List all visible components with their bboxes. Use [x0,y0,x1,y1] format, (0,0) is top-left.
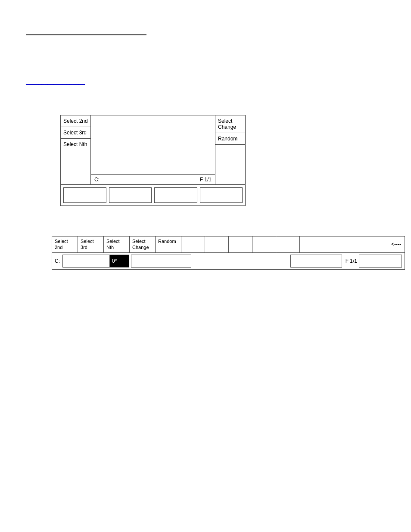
c-label: C: [94,177,100,183]
select-nth-cell[interactable]: Select Nth [61,139,90,184]
diagram1-right-bottom [215,145,245,184]
d2-c-label: C: [55,258,62,264]
select-2nd-cell[interactable]: Select 2nd [61,115,90,127]
diagram1-center-top [91,115,215,174]
d2-input-black[interactable]: 0* [110,255,129,268]
d2-select-nth[interactable]: SelectNth [104,236,130,252]
arrow-label: <---- [391,241,401,248]
diagram2-top-row: Select2nd Select3rd SelectNth SelectChan… [52,236,405,253]
diagram1-btn-4[interactable] [200,187,243,203]
d2-input-4[interactable] [359,255,402,268]
diagram1-footer [61,184,245,205]
random-cell[interactable]: Random [215,133,245,145]
diagram2-wrapper: Select2nd Select3rd SelectNth SelectChan… [52,236,385,270]
diagram1-main: Select 2nd Select 3rd Select Nth C: F 1/… [61,115,245,184]
diagram1-btn-1[interactable] [63,187,106,203]
d2-blank-2 [205,236,229,252]
page-content: ___________________ Select 2nd Select 3r… [0,0,411,304]
diagram2: Select2nd Select3rd SelectNth SelectChan… [52,236,405,270]
diagram1-wrapper: Select 2nd Select 3rd Select Nth C: F 1/… [60,115,385,206]
select-3rd-cell[interactable]: Select 3rd [61,127,90,139]
d2-input-2[interactable] [131,255,191,268]
diagram1-center-bottom: C: F 1/1 [91,174,215,184]
d2-blank-5 [276,236,300,252]
top-rule [26,34,146,35]
d2-blank-1 [181,236,205,252]
select-change-cell[interactable]: Select Change [215,115,245,133]
d2-select-3rd[interactable]: Select3rd [78,236,104,252]
diagram1-left-col: Select 2nd Select 3rd Select Nth [61,115,91,184]
d2-random[interactable]: Random [156,236,181,252]
diagram1: Select 2nd Select 3rd Select Nth C: F 1/… [60,115,246,206]
f-label: F 1/1 [200,177,212,183]
d2-blank-3 [229,236,252,252]
diagram1-right-col: Select Change Random [215,115,245,184]
diagram1-center: C: F 1/1 [91,115,215,184]
d2-arrow: <---- [300,236,405,252]
d2-blank-4 [252,236,276,252]
diagram2-bottom-row: C: 0* F 1/1 [52,253,405,269]
d2-select-2nd[interactable]: Select2nd [52,236,78,252]
black-input-value: 0* [112,258,117,264]
blue-link[interactable]: ___________________ [26,78,112,85]
d2-input-3[interactable] [290,255,342,268]
diagram1-btn-2[interactable] [109,187,152,203]
d2-select-change[interactable]: SelectChange [130,236,156,252]
d2-f-label: F 1/1 [344,258,359,264]
d2-input-1[interactable] [62,255,110,268]
diagram1-btn-3[interactable] [154,187,197,203]
